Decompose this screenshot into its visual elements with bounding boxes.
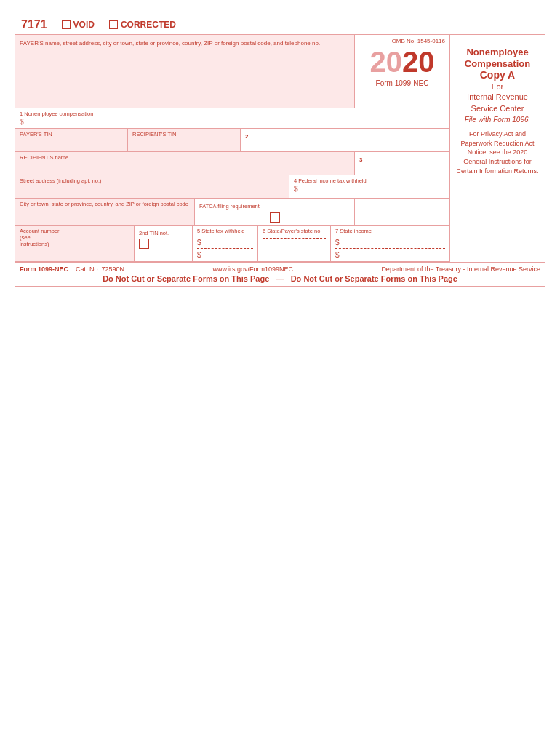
file-with: File with Form 1096.: [456, 116, 539, 124]
footer-row1: Form 1099-NEC Cat. No. 72590N www.irs.go…: [20, 266, 540, 273]
recipient-name-row: RECIPIENT'S name 3: [15, 152, 449, 175]
right-title-area: Nonemployee Compensation: [456, 47, 539, 69]
omb-number: OMB No. 1545-0116: [359, 38, 445, 44]
copy-org1: Internal Revenue: [456, 92, 539, 101]
box3-number: 3: [359, 156, 362, 163]
dashed-line-3: [263, 236, 326, 236]
footer-dash: —: [276, 274, 284, 283]
box1: 1 Nonemployee compensation $: [15, 108, 449, 128]
form-name-small: Form 1099-NEC: [376, 79, 429, 87]
city-input[interactable]: [20, 207, 173, 219]
state-income-box: 7 State income $ $: [331, 226, 449, 261]
corrected-group: CORRECTED: [109, 20, 176, 30]
do-not-cut-1: Do Not Cut or Separate Forms on This Pag…: [103, 274, 269, 283]
account-label: Account number (see instructions): [20, 228, 60, 247]
dashed-line-4: [263, 238, 326, 239]
form-1099-nec: 7171 VOID CORRECTED PAYER'S name, street…: [15, 15, 545, 287]
recipient-tin-input[interactable]: [132, 138, 225, 149]
footer-form-bold: Form 1099-NEC: [20, 266, 68, 273]
copy-org2: Service Center: [456, 104, 539, 113]
nonemployee-title-line1: Nonemployee: [456, 47, 539, 58]
box7-dollar1: $: [335, 239, 340, 247]
second-tin-checkbox[interactable]: [139, 239, 149, 249]
second-tin-box: 2nd TIN not.: [135, 226, 193, 261]
box3: 3: [355, 152, 449, 175]
recipient-name-box[interactable]: RECIPIENT'S name: [15, 152, 355, 175]
box1-input[interactable]: [26, 118, 366, 126]
form-right: Nonemployee Compensation Copy A For Inte…: [450, 35, 545, 262]
payer-tin-input[interactable]: [20, 138, 113, 149]
footer-website: www.irs.gov/Form1099NEC: [212, 266, 293, 273]
second-tin-label: 2nd TIN not.: [139, 230, 169, 236]
privacy-notice: For Privacy Act and Paperwork Reduction …: [456, 130, 539, 175]
corrected-checkbox[interactable]: [109, 20, 118, 29]
nonemployee-row: 1 Nonemployee compensation $: [15, 108, 449, 129]
top-bar: 7171 VOID CORRECTED: [15, 15, 545, 35]
city-row: City or town, state or province, country…: [15, 199, 449, 226]
fatca-box: FATCA filing requirement: [195, 199, 355, 225]
state-tax-box: 5 State tax withheld $ $: [193, 226, 258, 261]
dashed-line-2: [197, 248, 253, 249]
recipient-name-label: RECIPIENT'S name: [20, 154, 350, 161]
street-input[interactable]: [20, 184, 258, 196]
payer-info-box[interactable]: PAYER'S name, street address, city or to…: [15, 35, 355, 108]
year-part1: 20: [370, 47, 403, 76]
footer-dept: Department of the Treasury - Internal Re…: [381, 266, 540, 273]
omb-logo-box: OMB No. 1545-0116 20 20 Form 1099-NEC: [355, 35, 449, 108]
form-footer: Form 1099-NEC Cat. No. 72590N www.irs.go…: [15, 262, 545, 286]
city-right: [355, 199, 449, 225]
street-label: Street address (including apt. no.): [20, 178, 284, 184]
header-section: PAYER'S name, street address, city or to…: [15, 35, 449, 108]
state-payer-box: 6 State/Payer's state no.: [258, 226, 331, 261]
box4-input[interactable]: [300, 185, 421, 193]
fatca-checkbox[interactable]: [270, 212, 280, 223]
payer-info-label: PAYER'S name, street address, city or to…: [20, 40, 320, 47]
account-input[interactable]: [63, 228, 129, 236]
box7-label: 7 State income: [335, 228, 445, 234]
box6-label: 6 State/Payer's state no.: [263, 228, 326, 234]
void-checkbox[interactable]: [62, 20, 71, 29]
void-group: VOID: [62, 20, 95, 30]
box5-label: 5 State tax withheld: [197, 228, 253, 234]
account-row: Account number (see instructions) 2nd TI…: [15, 226, 449, 262]
box4: 4 Federal income tax withheld $: [289, 175, 449, 198]
dashed-line-6: [335, 248, 445, 249]
dashed-line-5: [335, 236, 445, 236]
payer-tin-label: PAYER'S TIN: [20, 131, 123, 138]
box1-label: 1 Nonemployee compensation: [20, 111, 444, 117]
do-not-cut-2: Do Not Cut or Separate Forms on This Pag…: [291, 274, 457, 283]
recipient-name-input[interactable]: [20, 161, 317, 172]
street-row: Street address (including apt. no.) 4 Fe…: [15, 175, 449, 199]
form-7171-number: 7171: [21, 18, 47, 31]
form-label-word: Form 1099-NEC: [376, 79, 429, 87]
fatca-checkbox-container: [199, 212, 350, 223]
form-body: PAYER'S name, street address, city or to…: [15, 35, 545, 262]
box2: 2: [241, 129, 449, 151]
city-box[interactable]: City or town, state or province, country…: [15, 199, 195, 225]
box2-number: 2: [245, 133, 248, 140]
year-part2: 20: [402, 47, 435, 76]
street-box[interactable]: Street address (including apt. no.): [15, 175, 289, 198]
form-left: PAYER'S name, street address, city or to…: [15, 35, 450, 262]
recipient-tin-label: RECIPIENT'S TIN: [132, 131, 236, 138]
footer-form-label: Form 1099-NEC Cat. No. 72590N: [20, 266, 124, 273]
payer-tin-box: PAYER'S TIN: [15, 129, 128, 151]
nonemployee-title-line2: Compensation: [456, 58, 539, 70]
box1-dollar: $: [20, 118, 24, 126]
void-label: VOID: [73, 20, 95, 30]
footer-cat: Cat. No. 72590N: [76, 266, 124, 273]
copy-title: Copy A: [456, 69, 539, 81]
tin-row: PAYER'S TIN RECIPIENT'S TIN 2: [15, 129, 449, 152]
corrected-label: CORRECTED: [121, 20, 176, 30]
copy-for: For: [456, 82, 539, 91]
city-label: City or town, state or province, country…: [20, 201, 190, 207]
box4-label: 4 Federal income tax withheld: [294, 178, 444, 184]
footer-row2: Do Not Cut or Separate Forms on This Pag…: [20, 274, 540, 283]
account-box: Account number (see instructions): [15, 226, 135, 261]
fatca-label: FATCA filing requirement: [199, 203, 260, 210]
box5-dollar2: $: [197, 251, 201, 259]
box7-dollar2: $: [335, 251, 340, 259]
box4-dollar: $: [294, 185, 298, 193]
box5-dollar1: $: [197, 239, 201, 247]
year-display: 20 20: [370, 47, 435, 76]
